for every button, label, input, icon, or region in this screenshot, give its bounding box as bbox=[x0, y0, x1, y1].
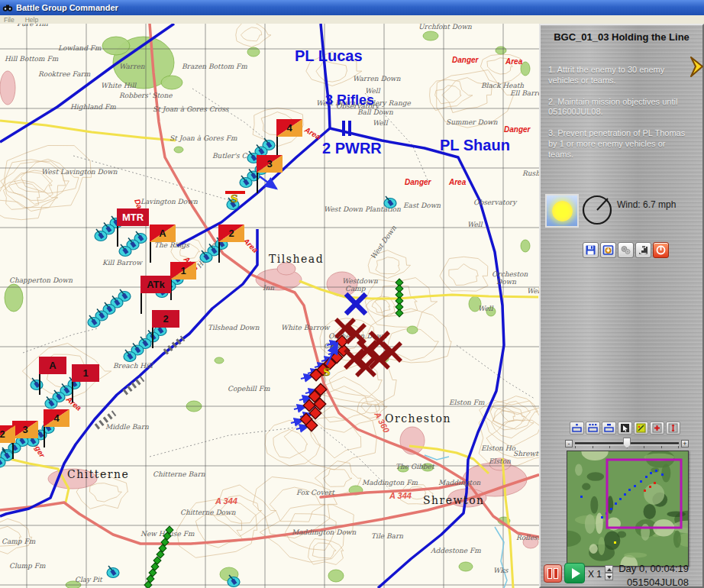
place-label: Well bbox=[467, 221, 483, 228]
place-label: Maddington Down bbox=[292, 528, 357, 536]
select-tool-button[interactable] bbox=[618, 422, 632, 435]
range-tool-icon bbox=[667, 423, 679, 433]
tactical-map[interactable]: Pure HillUrchfont DownHill Bottom FmLowl… bbox=[0, 24, 539, 588]
save-icon bbox=[585, 244, 596, 256]
place-label: White Hill bbox=[101, 82, 137, 89]
flag-label: 1 bbox=[82, 367, 88, 379]
woodland bbox=[496, 47, 506, 54]
place-label: St Joan à Gores Cross bbox=[153, 105, 230, 113]
woodland bbox=[174, 147, 183, 153]
save-button[interactable] bbox=[583, 242, 599, 258]
title-bar[interactable]: Battle Group Commander bbox=[0, 0, 704, 15]
place-label: Warren Down bbox=[353, 75, 401, 82]
woodland bbox=[5, 284, 23, 312]
minimap-enemy-dot bbox=[644, 489, 646, 492]
add-graphic-button[interactable] bbox=[650, 422, 664, 435]
wind-direction-dial bbox=[580, 192, 614, 226]
place-label: Chitterne Barn bbox=[153, 470, 205, 478]
woodland bbox=[215, 357, 224, 363]
place-label: Elston Ho bbox=[481, 444, 516, 452]
overview-minimap[interactable] bbox=[567, 451, 689, 567]
speed-up-button[interactable] bbox=[605, 565, 613, 573]
place-label: Ell Barrow bbox=[510, 89, 539, 97]
zoom-out-button[interactable]: - bbox=[565, 440, 573, 447]
place-label: Lavington Down bbox=[140, 198, 198, 205]
minimap-friendly-dot bbox=[601, 516, 603, 519]
phase-line-label: PL Lucas bbox=[295, 47, 363, 64]
town-label: Chitterne bbox=[67, 468, 129, 480]
options-button[interactable] bbox=[618, 242, 634, 258]
yellow-arrow-icon[interactable] bbox=[689, 56, 704, 79]
woodland bbox=[407, 326, 418, 334]
app-window: Battle Group Commander File Help Pure Hi… bbox=[0, 0, 704, 588]
place-label: Clay Pit bbox=[75, 576, 103, 583]
quit-button[interactable] bbox=[653, 242, 669, 258]
objective-2: 2. Maintain mission objectives until 051… bbox=[548, 97, 690, 118]
sun-icon bbox=[552, 201, 573, 221]
woodland bbox=[328, 570, 344, 582]
place-label: Rollesto bbox=[516, 534, 539, 541]
map-edit-button[interactable] bbox=[634, 422, 648, 435]
place-label: Addestone Fm bbox=[430, 547, 481, 554]
unit-names-button[interactable] bbox=[586, 422, 600, 435]
flag-label: 2 bbox=[0, 428, 5, 440]
phase-line-label: PL Shaun bbox=[440, 137, 510, 153]
map-canvas[interactable]: Pure HillUrchfont DownHill Bottom FmLowl… bbox=[0, 24, 539, 588]
objective-3: 3. Prevent penetration of PL Thomas by 1… bbox=[548, 128, 690, 160]
options-icon bbox=[620, 244, 631, 256]
woodland bbox=[423, 31, 438, 40]
unit-boundary-mark bbox=[342, 121, 345, 136]
sim-clock: Day 0, 00:04:19 bbox=[618, 563, 689, 574]
place-label: East Down bbox=[403, 202, 441, 209]
minimap-neutral-dot bbox=[614, 541, 616, 544]
danger-area-label: Area bbox=[448, 178, 467, 186]
road-number-label: A 344 bbox=[215, 496, 237, 506]
place-label: Chapperton Down bbox=[9, 276, 73, 284]
place-label: Summer Down bbox=[446, 118, 498, 126]
woodland bbox=[459, 562, 473, 571]
unit-status-button[interactable] bbox=[602, 422, 616, 435]
menu-help[interactable]: Help bbox=[25, 16, 38, 24]
minimap-friendly-dot bbox=[619, 498, 622, 500]
built-up-area bbox=[0, 71, 15, 105]
place-label: Camp bbox=[345, 285, 367, 292]
unit-names-icon bbox=[587, 423, 599, 433]
add-graphic-icon bbox=[651, 423, 663, 433]
minimap-enemy-dot bbox=[649, 486, 651, 488]
place-label: Tile Barn bbox=[371, 532, 403, 540]
flag-label: 4 bbox=[286, 122, 292, 134]
danger-area-label: Danger bbox=[452, 56, 480, 64]
phase-line-label: 2 PWRR bbox=[322, 140, 382, 157]
flag-label: A bbox=[49, 360, 57, 371]
load-icon bbox=[602, 244, 614, 256]
scenario-button[interactable] bbox=[635, 242, 651, 258]
menu-file[interactable]: File bbox=[4, 16, 15, 24]
place-label: Tilshead Down bbox=[208, 324, 260, 331]
place-label: Middle Barn bbox=[105, 423, 149, 431]
place-label: Breach Hill bbox=[113, 362, 153, 370]
suppression-icon: S bbox=[231, 193, 237, 205]
place-label: Orcheston bbox=[492, 270, 528, 278]
load-button[interactable] bbox=[600, 242, 616, 258]
zoom-in-button[interactable]: + bbox=[681, 440, 689, 447]
place-label: Robbers' Stone bbox=[119, 92, 173, 99]
suppression-icon: S bbox=[323, 367, 330, 378]
place-label: Camp Fm bbox=[2, 538, 36, 545]
place-label: Elston Fm bbox=[449, 399, 485, 406]
pause-button[interactable] bbox=[544, 564, 562, 583]
range-tool-button[interactable] bbox=[666, 422, 680, 435]
map-zoom-slider[interactable]: - + bbox=[565, 438, 689, 450]
objective-1: 1. Attrit the enemy to 30 enemy vehicles… bbox=[548, 65, 690, 86]
play-button[interactable] bbox=[564, 563, 585, 583]
minimap-friendly-dot bbox=[655, 470, 657, 472]
main-toolbar bbox=[583, 242, 669, 258]
place-label: Clump Fm bbox=[9, 562, 46, 570]
unit-symbols-button[interactable] bbox=[570, 422, 584, 435]
place-label: Westdown bbox=[342, 277, 378, 285]
speed-down-button[interactable] bbox=[605, 573, 613, 580]
town-label: Shrewton bbox=[423, 494, 485, 506]
minimap-friendly-dot bbox=[615, 502, 617, 505]
app-icon bbox=[2, 2, 13, 13]
place-label: Warren bbox=[119, 63, 145, 70]
place-label: Chitterne Down bbox=[180, 509, 236, 516]
